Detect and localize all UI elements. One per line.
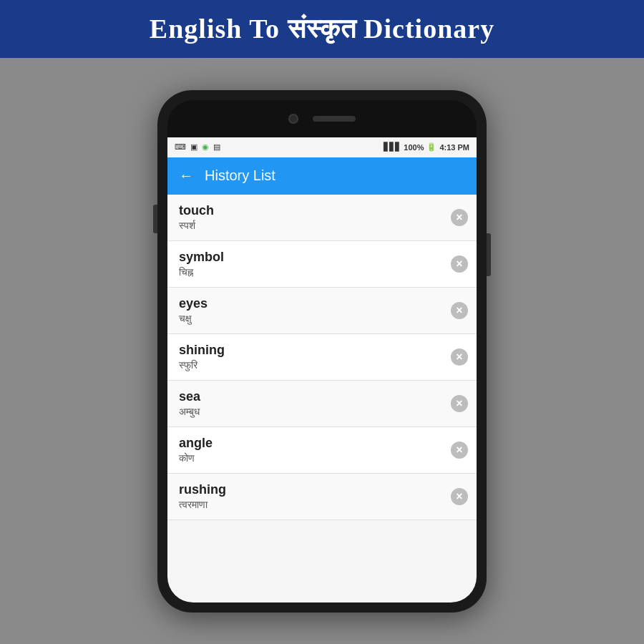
signal-icon: ▋▋▋ (384, 142, 401, 152)
screen-title: History List (205, 167, 275, 184)
top-banner: English To संस्कृत Dictionary (0, 0, 644, 58)
phone-bezel (167, 100, 477, 137)
status-icons: ⌨ ▣ ◉ ▤ (175, 142, 220, 152)
phone-screen: ⌨ ▣ ◉ ▤ ▋▋▋ 100% 🔋 4:13 PM ← History Lis… (167, 100, 477, 602)
battery-warn-icon: ▤ (213, 142, 220, 152)
delete-button[interactable] (451, 348, 468, 366)
list-item[interactable]: angleकोण (167, 427, 477, 474)
side-button-right (487, 233, 491, 276)
sync-icon: ◉ (202, 142, 209, 152)
list-item[interactable]: eyesचक्षु (167, 288, 477, 334)
item-english-word: shining (179, 343, 441, 358)
item-english-word: eyes (179, 296, 441, 311)
item-sanskrit-word: स्फुरि (179, 359, 441, 371)
delete-button[interactable] (451, 302, 468, 319)
usb-icon: ⌨ (175, 142, 186, 152)
back-button[interactable]: ← (179, 167, 193, 184)
item-sanskrit-word: त्वरमाणा (179, 499, 441, 511)
item-english-word: angle (179, 436, 441, 451)
item-english-word: touch (179, 203, 441, 218)
main-area: ⌨ ▣ ◉ ▤ ▋▋▋ 100% 🔋 4:13 PM ← History Lis… (0, 58, 644, 644)
item-sanskrit-word: स्पर्श (179, 220, 441, 232)
delete-button[interactable] (451, 441, 468, 459)
item-sanskrit-word: कोण (179, 452, 441, 464)
battery-percent: 100% (404, 143, 424, 152)
side-button-left (153, 205, 157, 233)
list-item[interactable]: touchस्पर्श (167, 195, 477, 241)
phone-speaker (313, 116, 356, 122)
battery-icon: 🔋 (426, 142, 436, 152)
phone-mockup: ⌨ ▣ ◉ ▤ ▋▋▋ 100% 🔋 4:13 PM ← History Lis… (157, 90, 487, 613)
status-right: ▋▋▋ 100% 🔋 4:13 PM (384, 142, 469, 152)
status-bar: ⌨ ▣ ◉ ▤ ▋▋▋ 100% 🔋 4:13 PM (167, 137, 477, 157)
list-item[interactable]: shiningस्फुरि (167, 334, 477, 381)
item-sanskrit-word: अम्बुध (179, 406, 441, 418)
clock: 4:13 PM (439, 143, 469, 152)
history-list: touchस्पर्शsymbolचिह्नeyesचक्षुshiningस्… (167, 195, 477, 602)
delete-button[interactable] (451, 395, 468, 412)
front-camera (288, 114, 298, 124)
banner-title: English To संस्कृत Dictionary (150, 14, 494, 44)
item-english-word: sea (179, 389, 441, 404)
item-english-word: symbol (179, 250, 441, 265)
image-icon: ▣ (190, 142, 197, 152)
item-english-word: rushing (179, 482, 441, 497)
delete-button[interactable] (451, 255, 468, 273)
list-item[interactable]: symbolचिह्न (167, 241, 477, 288)
item-sanskrit-word: चक्षु (179, 313, 441, 325)
delete-button[interactable] (451, 488, 468, 505)
item-sanskrit-word: चिह्न (179, 266, 441, 278)
list-item[interactable]: rushingत्वरमाणा (167, 474, 477, 520)
delete-button[interactable] (451, 209, 468, 226)
list-item[interactable]: seaअम्बुध (167, 381, 477, 427)
app-bar: ← History List (167, 157, 477, 195)
